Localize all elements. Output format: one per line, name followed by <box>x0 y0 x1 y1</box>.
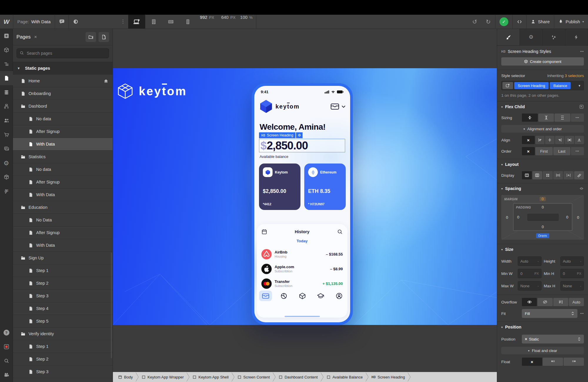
assets-icon[interactable] <box>0 142 13 156</box>
float-clear-collapse[interactable]: ▾ Float and clear <box>501 347 584 354</box>
size-field-input[interactable]: 0PX <box>560 269 584 278</box>
section-spacing[interactable]: ▾ Spacing <box>497 183 588 194</box>
cms-icon[interactable] <box>0 85 13 99</box>
nav-keytom-icon[interactable] <box>296 291 309 301</box>
fit-more-icon[interactable]: ••• <box>580 312 584 315</box>
breadcrumb-item-screen-heading[interactable]: H3Screen Heading <box>369 375 407 379</box>
sizing-more-button[interactable]: ••• <box>571 114 584 122</box>
fit-select[interactable]: Fill <box>522 309 577 318</box>
preview-width-zoom-readout[interactable]: 640 PX 100 % <box>218 15 256 29</box>
ethereum-account-card[interactable]: Ethereum ETH 8.35 * H72UN97 <box>304 164 346 210</box>
display-inline-block-button[interactable] <box>553 171 563 179</box>
breadcrumb-item-keytom-app-wrapper[interactable]: Keytom App Wrapper <box>139 375 186 379</box>
size-field-input[interactable]: Auto- <box>518 256 542 266</box>
search-pages-input[interactable] <box>16 48 109 58</box>
pages-item-step-4[interactable]: Step 4 <box>13 302 113 315</box>
pages-item-step-3[interactable]: Step 3 <box>13 290 113 302</box>
align-stretch-button[interactable] <box>565 136 574 144</box>
float-none-button[interactable]: × <box>522 358 542 366</box>
share-button[interactable]: Share <box>527 15 554 29</box>
pages-item-after-signup[interactable]: After Signup <box>13 125 113 138</box>
selector-dropdown-icon[interactable]: ▼ <box>578 84 583 87</box>
toolbar-overflow-menu-icon[interactable]: ⋮ <box>118 15 128 29</box>
publish-button[interactable]: Publish ▾ <box>554 15 588 29</box>
webflow-logo[interactable]: W <box>0 15 13 29</box>
overflow-scroll-button[interactable] <box>553 298 568 306</box>
add-elements-icon[interactable] <box>0 29 13 43</box>
element-options-icon[interactable]: ••• <box>580 50 584 53</box>
sizing-shrink-button[interactable] <box>522 114 538 122</box>
padding-right-value[interactable]: 0 <box>566 215 568 219</box>
navigator-icon[interactable] <box>0 57 13 71</box>
comments-icon[interactable] <box>55 15 69 29</box>
users-icon[interactable] <box>0 114 13 128</box>
pages-folder-sign-up[interactable]: Sign Up <box>13 252 113 264</box>
display-block-button[interactable] <box>522 171 532 179</box>
order-last-button[interactable]: Last <box>553 147 571 155</box>
size-field-input[interactable]: Auto- <box>560 256 584 266</box>
search-icon[interactable] <box>0 354 13 368</box>
code-export-icon[interactable] <box>513 15 526 29</box>
select-parent-icon[interactable] <box>579 104 584 109</box>
balance-heading-selected[interactable]: $ 2,850.00 <box>259 139 345 152</box>
pages-item-after-signup[interactable]: After Signup <box>13 226 113 239</box>
desktop-star-icon[interactable] <box>128 15 145 29</box>
pages-item-step-5[interactable]: Step 5 <box>13 315 113 328</box>
position-select[interactable]: × Static <box>522 335 584 343</box>
selector-token[interactable]: Screen Heading <box>514 82 549 89</box>
pages-item-step-4[interactable]: Step 4 <box>13 378 113 382</box>
landscape-phone-icon[interactable] <box>162 15 179 29</box>
display-inline-button[interactable] <box>564 171 574 179</box>
padding-left-value[interactable]: 0 <box>517 215 519 219</box>
pages-item-onboarding[interactable]: Onboarding <box>13 87 113 100</box>
history-search-icon[interactable] <box>337 229 343 235</box>
chevron-down-icon[interactable] <box>342 105 345 108</box>
apps-icon[interactable] <box>0 170 13 184</box>
pages-item-no-data[interactable]: No data <box>13 113 113 125</box>
components-icon[interactable] <box>0 43 13 57</box>
phone-mockup[interactable]: 9:41 keytom <box>252 83 353 325</box>
size-field-input[interactable]: None- <box>518 281 542 291</box>
section-size[interactable]: ▾ Size <box>497 244 588 255</box>
float-left-button[interactable] <box>543 358 563 366</box>
margin-right-value[interactable]: 0 <box>577 215 579 220</box>
pages-item-no-data[interactable]: No Data <box>13 214 113 226</box>
size-field-input[interactable]: 0PX <box>518 269 542 278</box>
nav-wallet-icon[interactable] <box>259 291 272 301</box>
pages-folder-statistics[interactable]: Statistics <box>13 151 113 163</box>
nav-statistics-icon[interactable] <box>278 291 290 301</box>
padding-bottom-value[interactable]: 0 <box>542 225 544 229</box>
nav-education-icon[interactable] <box>314 291 327 301</box>
padding-top-value[interactable]: 0 <box>542 205 544 209</box>
pages-folder-education[interactable]: Education <box>13 201 113 214</box>
class-selector-field[interactable]: Screen Heading Balance ▼ <box>501 81 584 90</box>
pages-icon[interactable] <box>0 71 13 85</box>
preview-toggle-icon[interactable] <box>69 15 82 29</box>
margin-bottom-value[interactable]: 0rem <box>536 233 549 238</box>
element-settings-gear-icon[interactable]: ⚙ <box>296 132 303 138</box>
sizing-fixed-button[interactable] <box>554 114 570 122</box>
overflow-hidden-button[interactable] <box>537 298 552 306</box>
pages-folder-verify-identity[interactable]: Verify identity <box>13 328 113 340</box>
display-none-button[interactable] <box>574 171 584 179</box>
padding-diagram[interactable]: PADDING 0 0 0 0 <box>513 203 572 231</box>
order-more-button[interactable]: ••• <box>571 147 584 155</box>
display-flex-button[interactable] <box>532 171 542 179</box>
pages-item-with-data[interactable]: With Data <box>13 239 113 252</box>
pages-scrollbar[interactable] <box>111 252 112 358</box>
spacing-diagram[interactable]: MARGIN 0 0 0 0rem PADDING 0 0 0 0 <box>501 195 584 240</box>
design-canvas[interactable]: keytom 9:41 <box>113 29 497 382</box>
align-baseline-button[interactable] <box>575 136 584 144</box>
pages-item-no-data[interactable]: No data <box>13 163 113 176</box>
new-page-button[interactable] <box>98 32 109 42</box>
create-component-button[interactable]: Create component <box>501 57 584 66</box>
settings-icon[interactable]: ⚙ <box>0 156 13 170</box>
page-hero-background[interactable]: keytom 9:41 <box>113 68 497 325</box>
overflow-auto-button[interactable]: Auto <box>569 298 584 306</box>
ecommerce-icon[interactable] <box>0 128 13 142</box>
size-field-input[interactable]: None- <box>560 281 584 291</box>
pages-item-step-2[interactable]: Step 2 <box>13 277 113 290</box>
pages-item-with-data[interactable]: With Data <box>13 189 113 201</box>
pages-item-step-1[interactable]: Step 1 <box>13 264 113 277</box>
tablet-icon[interactable] <box>145 15 162 29</box>
